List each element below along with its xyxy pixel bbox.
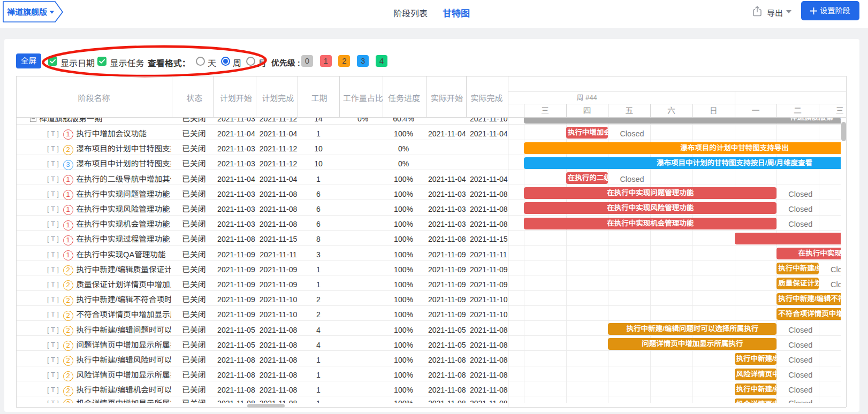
svg-text:禅道旗舰版: 禅道旗舰版 [6,6,47,17]
